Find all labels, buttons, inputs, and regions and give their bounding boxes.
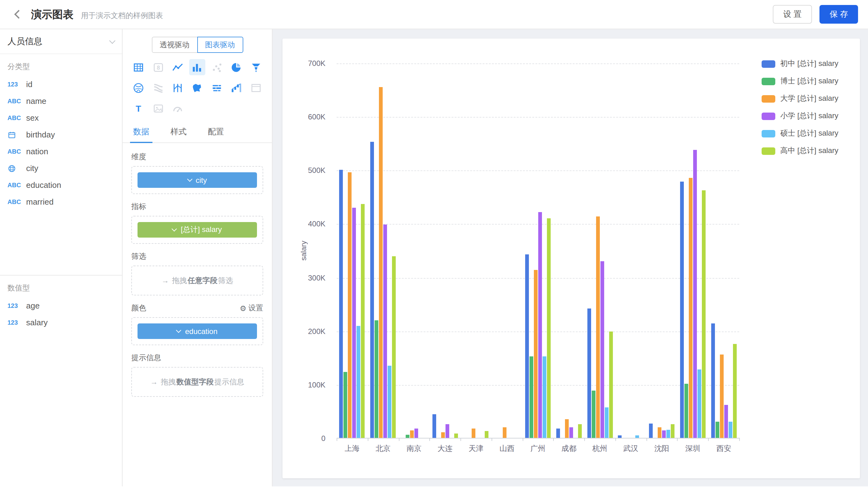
- bar[interactable]: [724, 405, 728, 438]
- bar[interactable]: [596, 217, 599, 438]
- bar[interactable]: [525, 255, 529, 438]
- field-item-name[interactable]: ABCname: [0, 93, 122, 109]
- field-item-salary[interactable]: 123salary: [0, 314, 122, 331]
- bar[interactable]: [534, 270, 537, 438]
- bar[interactable]: [720, 355, 723, 438]
- bar[interactable]: [454, 433, 458, 438]
- legend-item[interactable]: 硕士 [总计] salary: [762, 128, 838, 139]
- waterfall-chart-icon[interactable]: [228, 79, 245, 96]
- bar-chart-icon[interactable]: [189, 59, 205, 75]
- line-chart-icon[interactable]: [169, 59, 186, 75]
- field-item-age[interactable]: 123age: [0, 297, 122, 314]
- field-item-birthday[interactable]: birthday: [0, 126, 122, 143]
- bar[interactable]: [406, 435, 409, 438]
- bar[interactable]: [414, 428, 418, 438]
- bar[interactable]: [698, 369, 701, 438]
- bar[interactable]: [529, 356, 533, 438]
- pie-chart-icon[interactable]: [228, 59, 245, 75]
- bar[interactable]: [503, 427, 506, 438]
- back-button[interactable]: [10, 6, 27, 23]
- bar[interactable]: [547, 218, 551, 438]
- bar[interactable]: [702, 190, 706, 438]
- bar[interactable]: [600, 261, 604, 438]
- bar[interactable]: [649, 424, 653, 438]
- bar[interactable]: [636, 435, 639, 438]
- bar[interactable]: [357, 326, 361, 438]
- bar[interactable]: [569, 427, 573, 438]
- bar[interactable]: [578, 424, 582, 438]
- driver-tab-pivot[interactable]: 透视驱动: [152, 37, 197, 53]
- bar[interactable]: [618, 435, 622, 438]
- bar[interactable]: [542, 356, 546, 438]
- legend-item[interactable]: 高中 [总计] salary: [762, 145, 838, 156]
- bar[interactable]: [591, 391, 595, 438]
- bar[interactable]: [538, 213, 542, 438]
- dimension-pill[interactable]: city: [137, 172, 257, 188]
- bar[interactable]: [715, 422, 719, 438]
- filter-drop-zone[interactable]: → 拖拽任意字段筛选: [131, 266, 263, 295]
- save-button[interactable]: 保 存: [820, 5, 858, 24]
- field-item-nation[interactable]: ABCnation: [0, 143, 122, 160]
- field-item-sex[interactable]: ABCsex: [0, 109, 122, 126]
- chord-chart-icon[interactable]: [130, 79, 147, 96]
- richtext-icon[interactable]: T: [130, 100, 147, 116]
- driver-tab-chart[interactable]: 图表驱动: [197, 37, 243, 53]
- field-item-married[interactable]: ABCmarried: [0, 193, 122, 210]
- bar[interactable]: [348, 172, 352, 438]
- bar[interactable]: [472, 429, 476, 438]
- dimension-drop-zone[interactable]: city: [131, 166, 263, 194]
- bar[interactable]: [370, 141, 374, 438]
- metric-pill[interactable]: [总计] salary: [137, 222, 257, 237]
- bar[interactable]: [383, 225, 387, 438]
- tab-style[interactable]: 样式: [160, 121, 197, 142]
- bar[interactable]: [728, 422, 732, 438]
- bar[interactable]: [556, 428, 560, 438]
- bar[interactable]: [693, 150, 697, 438]
- bar[interactable]: [432, 414, 436, 438]
- legend-item[interactable]: 小学 [总计] salary: [762, 111, 838, 121]
- bar[interactable]: [587, 308, 591, 438]
- metric-drop-zone[interactable]: [总计] salary: [131, 216, 263, 244]
- bar[interactable]: [565, 419, 569, 438]
- table-icon[interactable]: [130, 59, 147, 75]
- field-item-city[interactable]: city: [0, 160, 122, 176]
- bar[interactable]: [344, 372, 347, 438]
- bar[interactable]: [379, 87, 383, 438]
- dataset-selector[interactable]: 人员信息: [0, 29, 122, 54]
- bar[interactable]: [662, 430, 666, 438]
- tab-data[interactable]: 数据: [123, 121, 160, 142]
- color-pill[interactable]: education: [137, 323, 257, 339]
- bar[interactable]: [410, 430, 414, 438]
- bar[interactable]: [445, 424, 449, 438]
- field-item-id[interactable]: 123id: [0, 76, 122, 93]
- bar[interactable]: [361, 204, 365, 438]
- bar[interactable]: [666, 430, 670, 438]
- map-chart-icon[interactable]: [189, 79, 205, 96]
- settings-button[interactable]: 设 置: [773, 5, 812, 24]
- parallel-chart-icon[interactable]: [169, 79, 186, 96]
- tooltip-drop-zone[interactable]: → 拖拽数值型字段提示信息: [131, 367, 263, 397]
- bar[interactable]: [658, 427, 661, 438]
- bar[interactable]: [689, 178, 692, 438]
- bar[interactable]: [684, 384, 688, 438]
- bar[interactable]: [388, 365, 392, 438]
- bar[interactable]: [392, 256, 396, 438]
- bar[interactable]: [733, 344, 736, 438]
- legend-item[interactable]: 大学 [总计] salary: [762, 93, 838, 104]
- bar[interactable]: [680, 182, 684, 438]
- color-drop-zone[interactable]: education: [131, 317, 263, 345]
- color-settings-link[interactable]: ⚙ 设置: [240, 303, 263, 314]
- bar[interactable]: [485, 431, 489, 438]
- bar[interactable]: [352, 208, 356, 438]
- bar[interactable]: [375, 321, 378, 438]
- bar[interactable]: [604, 408, 608, 438]
- bar[interactable]: [441, 432, 444, 438]
- bar[interactable]: [609, 332, 613, 438]
- tab-config[interactable]: 配置: [197, 121, 235, 142]
- field-item-education[interactable]: ABCeducation: [0, 176, 122, 193]
- bar[interactable]: [671, 424, 675, 438]
- legend-item[interactable]: 博士 [总计] salary: [762, 76, 838, 87]
- legend-item[interactable]: 初中 [总计] salary: [762, 59, 838, 69]
- bar[interactable]: [339, 170, 343, 438]
- bar[interactable]: [711, 323, 715, 438]
